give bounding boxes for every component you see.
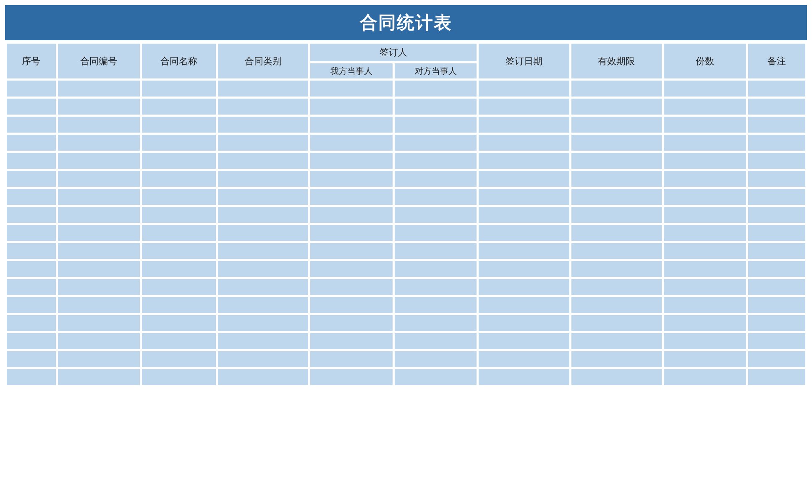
cell-sign_date bbox=[478, 315, 569, 332]
table-body bbox=[6, 80, 806, 386]
cell-contract_type bbox=[217, 369, 309, 386]
cell-copies bbox=[663, 98, 747, 115]
header-remark: 备注 bbox=[748, 43, 806, 79]
table-row bbox=[6, 351, 806, 368]
cell-seq bbox=[6, 206, 56, 223]
cell-other_party bbox=[394, 206, 477, 223]
cell-sign_date bbox=[478, 98, 569, 115]
cell-valid_period bbox=[571, 279, 662, 295]
cell-contract_type bbox=[217, 333, 309, 350]
table-row bbox=[6, 261, 806, 277]
cell-contract_name bbox=[141, 351, 216, 368]
cell-copies bbox=[663, 297, 747, 313]
cell-contract_id bbox=[58, 351, 141, 368]
cell-copies bbox=[663, 225, 747, 241]
cell-copies bbox=[663, 243, 747, 259]
cell-seq bbox=[6, 297, 56, 313]
cell-our_party bbox=[310, 206, 393, 223]
cell-our_party bbox=[310, 170, 393, 187]
cell-seq bbox=[6, 279, 56, 295]
cell-sign_date bbox=[478, 206, 569, 223]
header-our-party: 我方当事人 bbox=[310, 63, 393, 79]
table-row bbox=[6, 116, 806, 133]
cell-other_party bbox=[394, 170, 477, 187]
cell-our_party bbox=[310, 351, 393, 368]
cell-contract_type bbox=[217, 98, 309, 115]
cell-copies bbox=[663, 315, 747, 332]
cell-contract_name bbox=[141, 170, 216, 187]
cell-contract_type bbox=[217, 243, 309, 259]
cell-contract_type bbox=[217, 261, 309, 277]
cell-remark bbox=[748, 297, 806, 313]
table-row bbox=[6, 225, 806, 241]
cell-contract_id bbox=[58, 243, 141, 259]
cell-seq bbox=[6, 351, 56, 368]
cell-contract_name bbox=[141, 80, 216, 97]
cell-sign_date bbox=[478, 134, 569, 151]
cell-remark bbox=[748, 333, 806, 350]
cell-sign_date bbox=[478, 279, 569, 295]
cell-sign_date bbox=[478, 170, 569, 187]
cell-contract_id bbox=[58, 333, 141, 350]
cell-other_party bbox=[394, 315, 477, 332]
header-sign-date: 签订日期 bbox=[478, 43, 569, 79]
cell-valid_period bbox=[571, 134, 662, 151]
cell-contract_name bbox=[141, 134, 216, 151]
cell-our_party bbox=[310, 297, 393, 313]
cell-copies bbox=[663, 170, 747, 187]
cell-remark bbox=[748, 261, 806, 277]
cell-copies bbox=[663, 333, 747, 350]
cell-remark bbox=[748, 116, 806, 133]
cell-other_party bbox=[394, 134, 477, 151]
cell-contract_name bbox=[141, 188, 216, 205]
cell-other_party bbox=[394, 279, 477, 295]
cell-our_party bbox=[310, 261, 393, 277]
cell-remark bbox=[748, 170, 806, 187]
cell-copies bbox=[663, 188, 747, 205]
cell-seq bbox=[6, 225, 56, 241]
cell-our_party bbox=[310, 243, 393, 259]
cell-sign_date bbox=[478, 243, 569, 259]
cell-our_party bbox=[310, 116, 393, 133]
cell-copies bbox=[663, 369, 747, 386]
cell-contract_id bbox=[58, 116, 141, 133]
cell-contract_name bbox=[141, 279, 216, 295]
cell-our_party bbox=[310, 225, 393, 241]
cell-valid_period bbox=[571, 116, 662, 133]
cell-contract_id bbox=[58, 134, 141, 151]
cell-valid_period bbox=[571, 315, 662, 332]
cell-seq bbox=[6, 116, 56, 133]
cell-copies bbox=[663, 134, 747, 151]
cell-copies bbox=[663, 261, 747, 277]
cell-copies bbox=[663, 279, 747, 295]
header-copies: 份数 bbox=[663, 43, 747, 79]
cell-remark bbox=[748, 152, 806, 169]
cell-our_party bbox=[310, 80, 393, 97]
cell-remark bbox=[748, 188, 806, 205]
cell-valid_period bbox=[571, 206, 662, 223]
header-contract-name: 合同名称 bbox=[141, 43, 216, 79]
table-row bbox=[6, 243, 806, 259]
cell-contract_name bbox=[141, 261, 216, 277]
cell-valid_period bbox=[571, 369, 662, 386]
table-row bbox=[6, 80, 806, 97]
cell-valid_period bbox=[571, 225, 662, 241]
cell-copies bbox=[663, 116, 747, 133]
cell-valid_period bbox=[571, 80, 662, 97]
cell-contract_type bbox=[217, 170, 309, 187]
cell-other_party bbox=[394, 333, 477, 350]
cell-remark bbox=[748, 134, 806, 151]
cell-contract_type bbox=[217, 152, 309, 169]
cell-remark bbox=[748, 98, 806, 115]
cell-contract_type bbox=[217, 351, 309, 368]
cell-sign_date bbox=[478, 225, 569, 241]
cell-remark bbox=[748, 243, 806, 259]
cell-contract_name bbox=[141, 225, 216, 241]
cell-copies bbox=[663, 351, 747, 368]
table-head: 序号 合同编号 合同名称 合同类别 签订人 签订日期 有效期限 份数 备注 我方… bbox=[6, 43, 806, 79]
cell-remark bbox=[748, 279, 806, 295]
cell-seq bbox=[6, 261, 56, 277]
cell-valid_period bbox=[571, 351, 662, 368]
cell-seq bbox=[6, 243, 56, 259]
contract-table: 序号 合同编号 合同名称 合同类别 签订人 签订日期 有效期限 份数 备注 我方… bbox=[5, 42, 807, 387]
